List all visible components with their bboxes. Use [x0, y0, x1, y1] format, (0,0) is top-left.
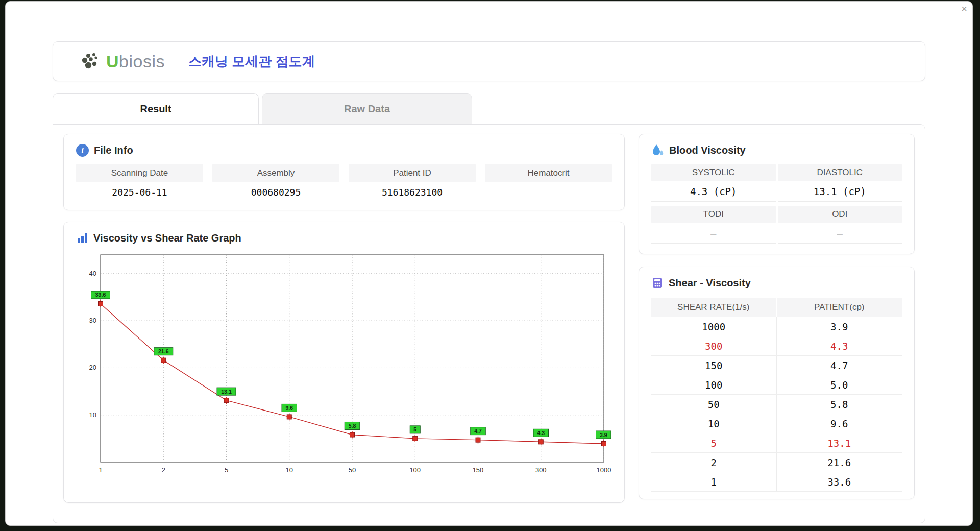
close-button[interactable]: ×: [961, 4, 967, 14]
blood-viscosity-title-row: Blood Viscosity: [651, 141, 902, 159]
systolic-label: SYSTOLIC: [651, 164, 776, 181]
diastolic-label: DIASTOLIC: [778, 164, 902, 181]
patient-viscosity-cell: 21.6: [777, 453, 902, 472]
svg-text:4.3: 4.3: [537, 430, 545, 436]
shear-rate-cell: 10: [651, 414, 777, 433]
shear-rate-cell: 50: [651, 395, 777, 414]
patient-viscosity-cell: 4.3: [777, 336, 902, 355]
shear-table-row: 505.8: [651, 395, 902, 414]
svg-text:10: 10: [286, 466, 293, 474]
app-title: 스캐닝 모세관 점도계: [188, 53, 315, 70]
graph-card: Viscosity vs Shear Rate Graph 1020304012…: [63, 222, 625, 503]
tab-bar: Result Raw Data: [53, 93, 925, 124]
table-icon: [651, 277, 664, 289]
svg-text:5.8: 5.8: [349, 423, 356, 429]
svg-text:100: 100: [409, 466, 421, 474]
graph-title-row: Viscosity vs Shear Rate Graph: [76, 229, 612, 247]
info-icon: i: [76, 144, 89, 157]
graph-title: Viscosity vs Shear Rate Graph: [93, 232, 241, 244]
field-value: [485, 182, 612, 202]
blood-viscosity-card: Blood Viscosity SYSTOLIC DIASTOLIC 4.3 (…: [639, 134, 915, 254]
svg-text:20: 20: [89, 364, 96, 371]
svg-text:5: 5: [225, 466, 228, 474]
svg-text:40: 40: [89, 270, 96, 277]
field-assembly: Assembly000680295: [212, 164, 339, 202]
shear-table-row: 3004.3: [651, 336, 902, 356]
field-label: Assembly: [212, 164, 339, 182]
blood-viscosity-title: Blood Viscosity: [669, 144, 746, 156]
field-value: 51618623100: [349, 182, 476, 202]
shear-rate-cell: 2: [651, 453, 777, 472]
shear-viscosity-title-row: Shear - Viscosity: [651, 274, 902, 292]
patient-viscosity-cell: 33.6: [777, 472, 902, 491]
field-label: Patient ID: [349, 164, 476, 182]
odi-label: ODI: [778, 206, 902, 223]
svg-text:4.7: 4.7: [474, 428, 482, 434]
shear-table-row: 221.6: [651, 453, 902, 472]
right-column: Blood Viscosity SYSTOLIC DIASTOLIC 4.3 (…: [639, 134, 915, 514]
svg-text:30: 30: [89, 317, 96, 324]
svg-text:50: 50: [349, 466, 356, 474]
file-info-title: File Info: [94, 144, 133, 156]
file-info-title-row: i File Info: [76, 141, 612, 159]
field-label: Hematocrit: [485, 164, 612, 182]
svg-text:2: 2: [162, 466, 165, 474]
svg-text:1: 1: [99, 466, 102, 474]
svg-text:150: 150: [473, 466, 484, 474]
shear-rate-cell: 100: [651, 375, 777, 394]
field-label: Scanning Date: [76, 164, 203, 182]
shear-rate-cell: 1: [651, 472, 777, 491]
patient-column-header: PATIENT(cp): [777, 298, 902, 317]
svg-text:9.6: 9.6: [285, 405, 293, 411]
shear-rate-cell: 300: [651, 336, 777, 355]
field-patient-id: Patient ID51618623100: [349, 164, 476, 202]
shear-table-row: 10003.9: [651, 317, 902, 336]
shear-viscosity-title: Shear - Viscosity: [669, 277, 751, 289]
todi-label: TODI: [651, 206, 776, 223]
shear-rate-cell: 150: [651, 356, 777, 375]
shear-table-header: SHEAR RATE(1/s) PATIENT(cp): [651, 298, 902, 317]
file-info-card: i File Info Scanning Date2025-06-11Assem…: [63, 134, 625, 210]
field-scanning-date: Scanning Date2025-06-11: [76, 164, 203, 202]
file-info-fields: Scanning Date2025-06-11Assembly000680295…: [76, 164, 612, 202]
patient-viscosity-cell: 13.1: [777, 433, 902, 452]
bar-chart-icon: [76, 232, 88, 244]
app-header: Ubiosis 스캐닝 모세관 점도계: [53, 41, 925, 81]
shear-rate-cell: 5: [651, 433, 777, 452]
svg-text:3.9: 3.9: [600, 432, 607, 438]
patient-viscosity-cell: 9.6: [777, 414, 902, 433]
shear-table-body: 10003.93004.31504.71005.0505.8109.6513.1…: [651, 317, 902, 492]
field-value: 000680295: [212, 182, 339, 202]
shear-table-row: 1504.7: [651, 356, 902, 375]
patient-viscosity-cell: 4.7: [777, 356, 902, 375]
brand-logo: Ubiosis: [81, 51, 165, 71]
viscosity-shear-rate-chart: 102030401251050100150300100033.621.613.1…: [76, 249, 612, 489]
odi-value: –: [778, 223, 902, 244]
blood-viscosity-row-2: TODI ODI – –: [651, 206, 902, 244]
patient-viscosity-cell: 5.0: [777, 375, 902, 394]
tab-result[interactable]: Result: [53, 93, 259, 124]
svg-text:1000: 1000: [597, 466, 611, 474]
result-panel: i File Info Scanning Date2025-06-11Assem…: [53, 124, 925, 523]
tab-raw-data[interactable]: Raw Data: [262, 93, 472, 124]
app-window: × Ubiosis 스캐닝 모세관 점도계 Result Raw Data: [5, 1, 973, 526]
patient-viscosity-cell: 5.8: [777, 395, 902, 414]
brand-initial: U: [106, 52, 119, 71]
svg-text:33.6: 33.6: [95, 292, 106, 298]
leaf-dots-icon: [81, 51, 104, 71]
diastolic-value: 13.1 (cP): [778, 181, 902, 202]
shear-table-row: 133.6: [651, 472, 902, 492]
svg-text:10: 10: [89, 411, 96, 419]
left-column: i File Info Scanning Date2025-06-11Assem…: [63, 134, 625, 514]
shear-rate-cell: 1000: [651, 317, 777, 336]
svg-text:300: 300: [535, 466, 547, 474]
shear-viscosity-card: Shear - Viscosity SHEAR RATE(1/s) PATIEN…: [639, 267, 915, 499]
field-value: 2025-06-11: [76, 182, 203, 202]
water-drop-icon: [651, 143, 664, 157]
svg-text:13.1: 13.1: [221, 389, 232, 395]
field-hematocrit: Hematocrit: [485, 164, 612, 202]
patient-viscosity-cell: 3.9: [777, 317, 902, 336]
shear-table-row: 1005.0: [651, 375, 902, 395]
shear-table-row: 109.6: [651, 414, 902, 433]
shear-rate-column-header: SHEAR RATE(1/s): [651, 298, 777, 317]
